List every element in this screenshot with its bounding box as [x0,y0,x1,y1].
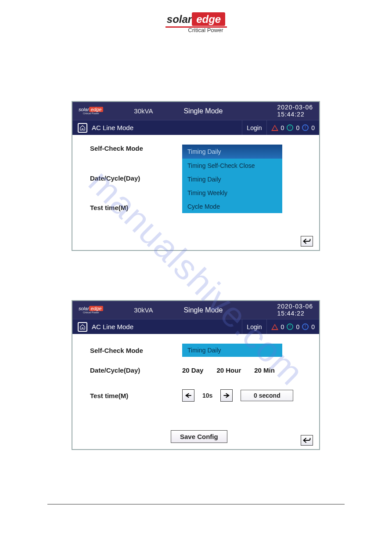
mode-label: Single Mode [183,306,223,314]
logo-subtitle: Critical Power [165,27,227,33]
info2-icon[interactable]: ! [302,323,309,330]
dropdown-option[interactable]: Timing Self-Check Close [182,159,282,172]
date-day[interactable]: 20 Day [182,366,203,374]
kva-label: 30kVA [134,306,153,314]
label-self-check: Self-Check Mode [90,347,182,354]
top-bar: solaredge Critical Power 30kVA Single Mo… [72,102,319,120]
top-bar: solaredge Critical Power 30kVA Single Mo… [72,301,319,319]
warning-icon[interactable] [271,324,278,330]
ac-line-mode-label: AC Line Mode [92,323,133,330]
info1-icon[interactable]: ! [287,323,293,330]
dropdown-option[interactable]: Timing Weekly [182,186,282,200]
label-self-check: Self-Check Mode [90,145,182,152]
mini-logo: solaredge Critical Power [79,306,103,314]
home-icon[interactable] [78,322,87,332]
time-value[interactable]: 0 second [241,390,293,401]
kva-label: 30kVA [134,107,153,115]
datetime: 2020-03-06 15:44:22 [277,104,313,118]
label-test-time: Test time(M) [90,204,182,211]
status-icons: 0 ! 0 ! 0 [267,323,319,330]
datetime: 2020-03-06 15:44:22 [277,303,313,317]
device-screen-2: solaredge Critical Power 30kVA Single Mo… [72,300,320,450]
page-rule [47,504,345,504]
ac-line-mode-label: AC Line Mode [92,124,133,131]
screen1-content: Self-Check Mode Timing Daily Timing Self… [72,135,319,250]
back-button[interactable] [301,236,313,247]
label-date-cycle: Date/Cycle(Day) [90,366,182,374]
warning-count: 0 [281,323,284,330]
self-check-dropdown[interactable]: Timing Daily Timing Self-Check Close Tim… [182,145,282,213]
login-button[interactable]: Login [242,319,266,334]
sub-bar: AC Line Mode Login 0 ! 0 ! 0 [72,120,319,135]
label-date-cycle: Date/Cycle(Day) [90,174,182,182]
info2-count: 0 [311,124,315,131]
logo-suffix: edge [192,12,225,26]
warning-count: 0 [281,124,284,131]
save-config-button[interactable]: Save Config [171,430,227,443]
info1-count: 0 [296,323,299,330]
warning-icon[interactable] [271,125,278,131]
mini-logo: solaredge Critical Power [79,107,103,115]
back-button[interactable] [301,435,313,446]
company-logo: solaredge Critical Power [165,13,227,33]
sub-bar: AC Line Mode Login 0 ! 0 ! 0 [72,319,319,334]
increment-button[interactable] [220,389,233,402]
self-check-value[interactable]: Timing Daily [182,344,282,357]
info2-icon[interactable]: ! [302,124,309,131]
decrement-button[interactable] [182,389,194,402]
label-test-time: Test time(M) [90,392,182,399]
logo-prefix: solar [167,13,192,25]
mode-label: Single Mode [183,107,223,115]
device-screen-1: solaredge Critical Power 30kVA Single Mo… [72,101,320,251]
dropdown-selected[interactable]: Timing Daily [182,145,282,159]
dropdown-option[interactable]: Timing Daily [182,172,282,186]
login-button[interactable]: Login [242,120,266,135]
date-min[interactable]: 20 Min [254,366,275,374]
time-step: 10s [202,392,212,399]
status-icons: 0 ! 0 ! 0 [267,124,319,131]
screen2-content: Self-Check Mode Timing Daily Date/Cycle(… [72,334,319,449]
home-icon[interactable] [78,123,87,133]
info1-count: 0 [296,124,299,131]
info1-icon[interactable]: ! [287,124,293,131]
dropdown-option[interactable]: Cycle Mode [182,200,282,213]
date-hour[interactable]: 20 Hour [216,366,241,374]
info2-count: 0 [311,323,315,330]
